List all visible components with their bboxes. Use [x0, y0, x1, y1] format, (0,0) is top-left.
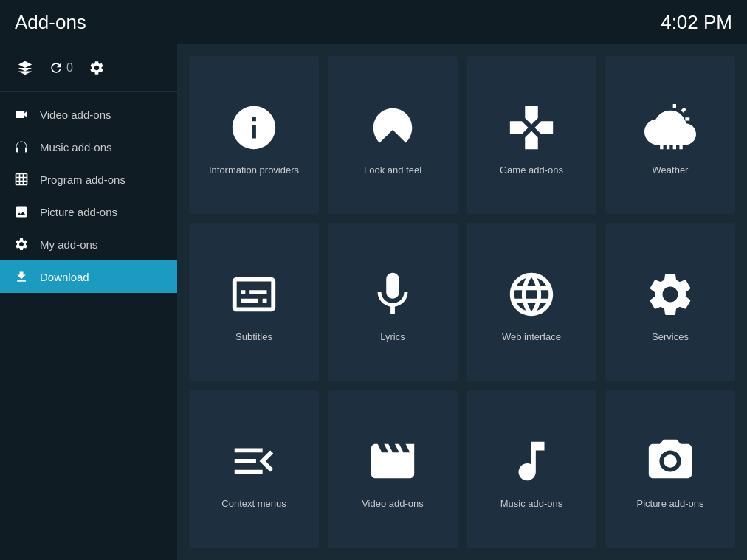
sidebar-item-video-addons[interactable]: Video add-ons	[0, 98, 177, 131]
grid-item-label-music-addons-2: Music add-ons	[500, 498, 563, 509]
picture-icon	[13, 204, 30, 220]
weather-icon	[641, 98, 700, 157]
grid-item-subtitles[interactable]: Subtitles	[189, 223, 319, 381]
grid-item-label-services: Services	[652, 331, 689, 342]
grid-item-context-menus[interactable]: Context menus	[189, 390, 319, 548]
sidebar-item-my-addons[interactable]: My add-ons	[0, 228, 177, 260]
program-icon	[13, 171, 30, 187]
musicnote-icon	[502, 432, 561, 491]
sidebar-item-label-video: Video add-ons	[40, 108, 111, 121]
gear-icon	[641, 265, 700, 324]
sidebar-toolbar: 0	[0, 44, 177, 92]
layers-icon-button[interactable]	[12, 55, 38, 81]
sidebar-item-picture-addons[interactable]: Picture add-ons	[0, 196, 177, 228]
addon-grid: Information providers Look and feel Game…	[177, 44, 747, 560]
sidebar-item-label-music: Music add-ons	[40, 141, 112, 153]
refresh-button[interactable]: 0	[49, 55, 73, 81]
sidebar-item-download[interactable]: Download	[0, 260, 177, 293]
sidebar-item-label-program: Program add-ons	[40, 173, 125, 186]
film-icon	[363, 432, 422, 491]
sidebar-item-label-download: Download	[40, 271, 89, 283]
sidebar-item-label-myaddons: My add-ons	[40, 238, 97, 251]
grid-item-label-lyrics: Lyrics	[380, 331, 405, 342]
grid-item-label-context-menus: Context menus	[221, 498, 286, 509]
grid-item-web-interface[interactable]: Web interface	[467, 223, 596, 381]
grid-item-weather[interactable]: Weather	[605, 56, 735, 214]
grid-item-look-and-feel[interactable]: Look and feel	[328, 56, 458, 214]
page-title: Add-ons	[15, 11, 86, 34]
contextmenu-icon	[224, 432, 283, 491]
info-icon	[224, 98, 283, 157]
refresh-count: 0	[66, 61, 73, 75]
lookfeel-icon	[363, 98, 422, 157]
gamepad-icon	[502, 98, 561, 157]
grid-item-picture-addons-2[interactable]: Picture add-ons	[605, 390, 735, 548]
sidebar-item-program-addons[interactable]: Program add-ons	[0, 163, 177, 196]
grid-item-information-providers[interactable]: Information providers	[189, 56, 319, 214]
sidebar-item-label-picture: Picture add-ons	[40, 206, 117, 218]
clock: 4:02 PM	[661, 11, 732, 34]
globe-icon	[502, 265, 561, 324]
grid-item-label-information-providers: Information providers	[209, 165, 299, 176]
headphones-icon	[13, 139, 30, 155]
grid-item-video-addons-2[interactable]: Video add-ons	[328, 390, 458, 548]
subtitles-icon	[224, 265, 283, 324]
camera-icon	[641, 432, 700, 491]
grid-item-label-game-addons: Game add-ons	[500, 165, 563, 176]
grid-item-music-addons-2[interactable]: Music add-ons	[467, 390, 596, 548]
sidebar-nav: Video add-ons Music add-ons Program add-…	[0, 92, 177, 560]
grid-item-label-subtitles: Subtitles	[235, 331, 272, 342]
settings-button[interactable]	[83, 55, 110, 81]
grid-item-lyrics[interactable]: Lyrics	[328, 223, 458, 381]
microphone-icon	[363, 265, 422, 324]
sidebar-item-music-addons[interactable]: Music add-ons	[0, 131, 177, 163]
grid-item-label-weather: Weather	[653, 165, 689, 176]
video-icon	[13, 106, 30, 122]
grid-item-label-picture-addons-2: Picture add-ons	[636, 498, 703, 509]
grid-item-services[interactable]: Services	[605, 223, 735, 381]
grid-item-game-addons[interactable]: Game add-ons	[467, 56, 596, 214]
sidebar: 0 Video add-ons Music add-ons Program a	[0, 44, 177, 560]
myaddons-icon	[13, 236, 30, 252]
grid-item-label-video-addons-2: Video add-ons	[362, 498, 424, 509]
header: Add-ons 4:02 PM	[0, 0, 747, 44]
download-icon	[13, 269, 30, 285]
grid-item-label-look-and-feel: Look and feel	[364, 165, 421, 176]
grid-item-label-web-interface: Web interface	[502, 331, 561, 342]
